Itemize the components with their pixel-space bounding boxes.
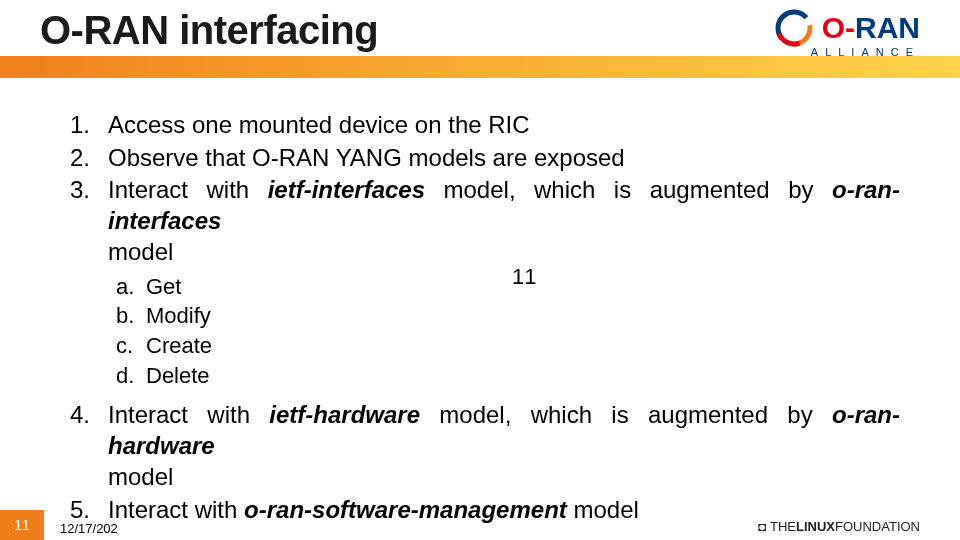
list-item: 4. Interact with ietf-hardware model, wh…	[68, 400, 900, 492]
sub-text: Create	[146, 331, 212, 361]
lf-square-icon: ◘	[758, 519, 766, 534]
slide-title: O-RAN interfacing	[40, 8, 378, 53]
oran-wordmark: O-RAN	[822, 11, 920, 45]
footer-date: 12/17/202	[60, 521, 118, 536]
logo-dash: -	[845, 11, 855, 44]
sub-item: a.Get	[116, 272, 900, 302]
list-item: 3. Interact with ietf-interfaces model, …	[68, 175, 900, 267]
sub-item: d.Delete	[116, 361, 900, 391]
lf-linux: LINUX	[796, 519, 835, 534]
item-number: 1.	[68, 110, 108, 141]
item-text: Observe that O-RAN YANG models are expos…	[108, 143, 900, 174]
logo-o: O	[822, 11, 845, 44]
list-item: 1. Access one mounted device on the RIC	[68, 110, 900, 141]
item-number: 4.	[68, 400, 108, 492]
linux-foundation-logo: ◘ THELINUXFOUNDATION	[758, 519, 920, 534]
main-list: 1. Access one mounted device on the RIC …	[68, 110, 900, 268]
sub-text: Get	[146, 272, 181, 302]
sub-list: a.Get b.Modify c.Create d.Delete	[116, 272, 900, 391]
main-list-cont: 4. Interact with ietf-hardware model, wh…	[68, 400, 900, 525]
page-number: 11	[0, 510, 44, 540]
sub-letter: d.	[116, 361, 146, 391]
item-text: Interact with ietf-interfaces model, whi…	[108, 175, 900, 267]
item-number: 2.	[68, 143, 108, 174]
swirl-icon	[772, 6, 816, 50]
footer: 11 12/17/202 ◘ THELINUXFOUNDATION	[0, 510, 960, 540]
logo-ran: RAN	[855, 11, 920, 44]
logo-row: O-RAN	[772, 6, 920, 50]
sub-text: Modify	[146, 301, 211, 331]
lf-found: FOUNDATION	[835, 519, 920, 534]
item-text: Access one mounted device on the RIC	[108, 110, 900, 141]
sub-item: c.Create	[116, 331, 900, 361]
sub-text: Delete	[146, 361, 210, 391]
sub-letter: b.	[116, 301, 146, 331]
content: 1. Access one mounted device on the RIC …	[68, 110, 900, 527]
list-item: 2. Observe that O-RAN YANG models are ex…	[68, 143, 900, 174]
sub-item: b.Modify	[116, 301, 900, 331]
header-gradient-bar	[0, 56, 960, 78]
item-text: Interact with ietf-hardware model, which…	[108, 400, 900, 492]
sub-letter: c.	[116, 331, 146, 361]
oran-logo: O-RAN ALLIANCE	[772, 6, 920, 58]
sub-letter: a.	[116, 272, 146, 302]
item-number: 3.	[68, 175, 108, 267]
header: O-RAN interfacing O-RAN ALLIANCE	[0, 0, 960, 78]
slide: O-RAN interfacing O-RAN ALLIANCE 1. Acce…	[0, 0, 960, 540]
lf-the: THE	[770, 519, 796, 534]
stray-number: 11	[512, 264, 536, 290]
